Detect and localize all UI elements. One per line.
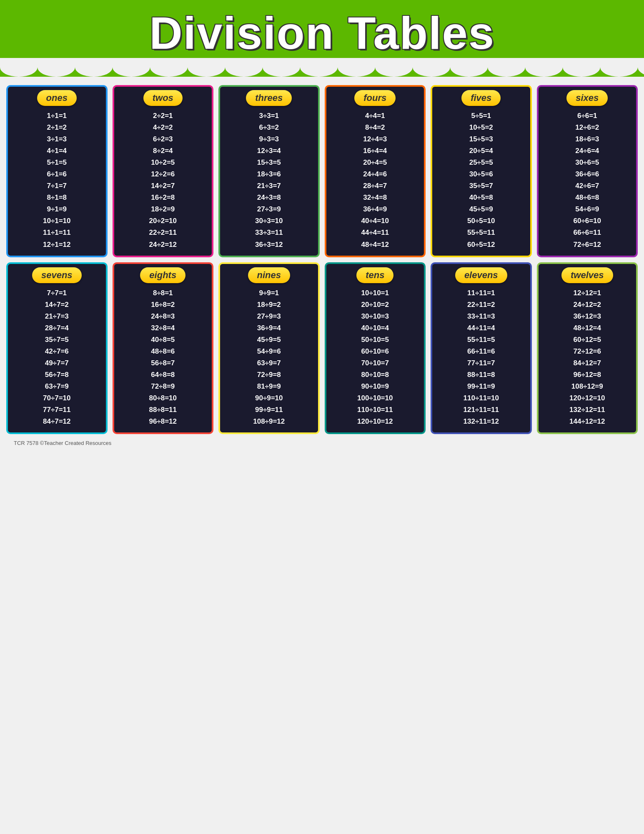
equation-line: 8÷4=2 <box>361 122 389 133</box>
table-card-ones: ones1÷1=12÷1=23÷1=34÷1=45÷1=56÷1=67÷1=78… <box>6 85 108 257</box>
equation-line: 30÷5=6 <box>467 168 495 180</box>
equation-line: 49÷7=7 <box>43 357 71 369</box>
equation-line: 10÷10=1 <box>357 287 393 299</box>
equation-line: 15÷3=5 <box>255 157 283 168</box>
equations-elevens: 11÷11=122÷11=233÷11=344÷11=455÷11=566÷11… <box>464 287 499 428</box>
tables-container: ones1÷1=12÷1=23÷1=34÷1=45÷1=56÷1=67÷1=78… <box>0 77 644 457</box>
equation-line: 8÷2=4 <box>149 145 177 157</box>
table-card-sevens: sevens7÷7=114÷7=221÷7=328÷7=435÷7=542÷7=… <box>6 262 108 435</box>
equation-line: 10÷1=10 <box>43 215 71 227</box>
equation-line: 27÷9=3 <box>253 311 285 322</box>
equation-line: 14÷7=2 <box>43 299 71 311</box>
equation-line: 20÷10=2 <box>357 299 393 311</box>
equation-line: 45÷9=5 <box>253 334 285 346</box>
equation-line: 21÷7=3 <box>43 311 71 322</box>
equation-line: 18÷6=3 <box>573 133 601 145</box>
equation-line: 24÷8=3 <box>149 311 177 322</box>
equation-line: 18÷9=2 <box>253 299 285 311</box>
equation-line: 8÷8=1 <box>149 287 177 299</box>
table-card-fours: fours4÷4=18÷4=212÷4=316÷4=420÷4=524÷4=62… <box>325 85 426 257</box>
equation-line: 12÷12=1 <box>569 287 605 299</box>
equation-line: 28÷7=4 <box>43 322 71 334</box>
equation-line: 6÷1=6 <box>43 168 71 180</box>
equation-line: 2÷1=2 <box>43 122 71 133</box>
equation-line: 16÷8=2 <box>149 299 177 311</box>
equation-line: 24÷2=12 <box>149 239 177 251</box>
equation-line: 77÷11=7 <box>464 357 499 369</box>
equation-line: 132÷12=11 <box>569 404 605 416</box>
equation-line: 42÷7=6 <box>43 346 71 357</box>
equation-line: 96÷8=12 <box>149 416 177 427</box>
equation-line: 100÷10=10 <box>357 392 393 404</box>
table-label-sevens: sevens <box>32 267 82 283</box>
equations-ones: 1÷1=12÷1=23÷1=34÷1=45÷1=56÷1=67÷1=78÷1=8… <box>43 110 71 251</box>
equation-line: 60÷6=10 <box>573 215 601 227</box>
equation-line: 10÷2=5 <box>149 157 177 168</box>
equation-line: 32÷4=8 <box>361 192 389 203</box>
equation-line: 20÷4=5 <box>361 157 389 168</box>
equation-line: 48÷8=6 <box>149 346 177 357</box>
table-label-sixes: sixes <box>566 90 608 106</box>
equation-line: 9÷9=1 <box>253 287 285 299</box>
equation-line: 42÷6=7 <box>573 180 601 192</box>
equation-line: 25÷5=5 <box>467 157 495 168</box>
equation-line: 4÷2=2 <box>149 122 177 133</box>
equation-line: 30÷6=5 <box>573 157 601 168</box>
equation-line: 30÷10=3 <box>357 311 393 322</box>
equation-line: 55÷11=5 <box>464 334 499 346</box>
equation-line: 40÷4=10 <box>361 215 389 227</box>
equation-line: 99÷9=11 <box>253 404 285 416</box>
equations-sixes: 6÷6=112÷6=218÷6=324÷6=430÷6=536÷6=642÷6=… <box>573 110 601 251</box>
equation-line: 16÷2=8 <box>149 192 177 203</box>
equation-line: 6÷3=2 <box>255 122 283 133</box>
table-card-eights: eights8÷8=116÷8=224÷8=332÷8=440÷8=548÷8=… <box>113 262 214 435</box>
equation-line: 44÷11=4 <box>464 322 499 334</box>
table-card-sixes: sixes6÷6=112÷6=218÷6=324÷6=430÷6=536÷6=6… <box>537 85 638 257</box>
equation-line: 35÷7=5 <box>43 334 71 346</box>
table-card-elevens: elevens11÷11=122÷11=233÷11=344÷11=455÷11… <box>431 262 532 435</box>
equation-line: 7÷1=7 <box>43 180 71 192</box>
equation-line: 84÷12=7 <box>569 357 605 369</box>
table-card-twos: twos2÷2=14÷2=26÷2=38÷2=410÷2=512÷2=614÷2… <box>113 85 214 257</box>
equation-line: 44÷4=11 <box>361 227 389 239</box>
equation-line: 8÷1=8 <box>43 192 71 203</box>
equation-line: 24÷4=6 <box>361 168 389 180</box>
equation-line: 120÷12=10 <box>569 392 605 404</box>
equation-line: 36÷3=12 <box>255 239 283 251</box>
equation-line: 54÷9=6 <box>253 346 285 357</box>
equation-line: 88÷11=8 <box>464 369 499 381</box>
table-card-threes: threes3÷3=16÷3=29÷3=312÷3=415÷3=518÷3=62… <box>218 85 320 257</box>
equation-line: 35÷5=7 <box>467 180 495 192</box>
equation-line: 27÷3=9 <box>255 203 283 215</box>
equation-line: 12÷6=2 <box>573 122 601 133</box>
table-label-fours: fours <box>354 90 396 106</box>
equation-line: 36÷4=9 <box>361 203 389 215</box>
equation-line: 20÷2=10 <box>149 215 177 227</box>
equation-line: 33÷3=11 <box>255 227 283 239</box>
equation-line: 18÷2=9 <box>149 203 177 215</box>
table-label-ones: ones <box>37 90 77 106</box>
equation-line: 22÷2=11 <box>149 227 177 239</box>
equations-threes: 3÷3=16÷3=29÷3=312÷3=415÷3=518÷3=621÷3=72… <box>255 110 283 251</box>
equation-line: 36÷9=4 <box>253 322 285 334</box>
equation-line: 28÷4=7 <box>361 180 389 192</box>
equation-line: 48÷12=4 <box>569 322 605 334</box>
equation-line: 3÷3=1 <box>255 110 283 122</box>
equation-line: 18÷3=6 <box>255 168 283 180</box>
equation-line: 22÷11=2 <box>464 299 499 311</box>
equation-line: 24÷6=4 <box>573 145 601 157</box>
equation-line: 64÷8=8 <box>149 369 177 381</box>
equation-line: 20÷5=4 <box>467 145 495 157</box>
table-label-threes: threes <box>246 90 292 106</box>
table-label-tens: tens <box>356 267 393 283</box>
equations-twos: 2÷2=14÷2=26÷2=38÷2=410÷2=512÷2=614÷2=716… <box>149 110 177 251</box>
equation-line: 72÷8=9 <box>149 381 177 392</box>
equation-line: 70÷7=10 <box>43 392 71 404</box>
table-label-twos: twos <box>143 90 183 106</box>
equation-line: 12÷4=3 <box>361 133 389 145</box>
equation-line: 6÷2=3 <box>149 133 177 145</box>
equation-line: 10÷5=2 <box>467 122 495 133</box>
table-card-fives: fives5÷5=110÷5=215÷5=320÷5=425÷5=530÷5=6… <box>431 85 532 257</box>
equations-fives: 5÷5=110÷5=215÷5=320÷5=425÷5=530÷5=635÷5=… <box>467 110 495 251</box>
equations-eights: 8÷8=116÷8=224÷8=332÷8=440÷8=548÷8=656÷8=… <box>149 287 177 428</box>
